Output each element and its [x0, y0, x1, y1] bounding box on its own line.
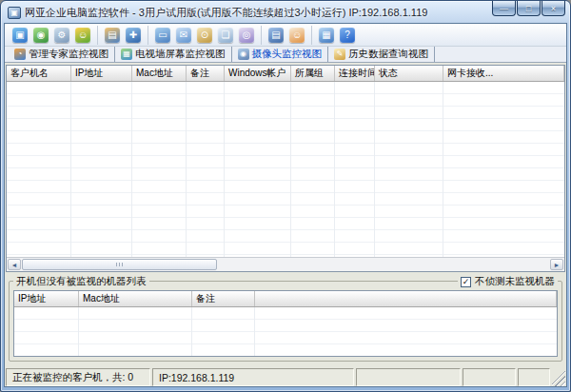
tab-label: 历史数据查询视图	[348, 48, 428, 61]
client-list-table: 客户机名 IP地址 Mac地址 备注 Windows帐户	[6, 65, 565, 272]
toolbar: ▣ ◉ ⚙ ☺	[5, 24, 566, 47]
minimize-button[interactable]: —	[492, 1, 516, 16]
column-header[interactable]: Mac地址	[132, 66, 187, 81]
toolbar-group: ▤ ✚	[102, 26, 148, 45]
grid-column	[187, 82, 225, 257]
mail-icon[interactable]: ✉	[174, 26, 193, 45]
maximize-button[interactable]: □	[517, 1, 541, 16]
scrollbar-track[interactable]	[217, 258, 549, 271]
column-header[interactable]: IP地址	[14, 291, 79, 306]
status-cell-3	[356, 368, 461, 386]
tab-label: 电视墙屏幕监控视图	[135, 48, 226, 61]
grid-column	[225, 82, 291, 257]
checkmark-icon: ✓	[463, 278, 470, 286]
column-header[interactable]: Windows帐户	[225, 66, 291, 81]
scroll-right-arrow[interactable]: ►	[550, 259, 563, 270]
toolbar-group: ▣ ◉ ⚙ ☺	[10, 26, 98, 45]
screen-chart-icon[interactable]: ▤	[103, 26, 122, 45]
window-title: 网亚企业电脑监控软件 - 3用户试用版(试用版不能连续超过3小时运行) IP:1…	[25, 6, 487, 20]
tab-expert-monitor-view[interactable]: ◔ 管理专家监控视图	[9, 47, 115, 62]
status-monitored-count: 正在被监控的客户机，共: 0	[6, 368, 150, 386]
tab-icon: ✎	[334, 49, 345, 60]
status-bar-spacer	[518, 368, 550, 386]
grid-column	[14, 307, 79, 356]
grid-column	[255, 307, 557, 356]
column-header-label: 备注	[196, 292, 215, 305]
tab-icon: ◔	[14, 49, 26, 60]
column-header-label: 客户机名	[10, 67, 49, 80]
toolbar-group: ▦ ?	[316, 26, 362, 45]
column-header[interactable]: 备注	[192, 291, 255, 306]
title-bar[interactable]: ▣ 网亚企业电脑监控软件 - 3用户试用版(试用版不能连续超过3小时运行) IP…	[4, 1, 567, 23]
column-header[interactable]: IP地址	[71, 66, 132, 81]
monitor-icon[interactable]: ▭	[153, 26, 172, 45]
computer-settings-icon[interactable]: ⚙	[52, 26, 71, 45]
scrollbar-thumb[interactable]	[22, 259, 217, 270]
column-header[interactable]: 备注	[187, 66, 225, 81]
column-header[interactable]: 状态	[375, 66, 443, 81]
column-header-label: Mac地址	[83, 292, 120, 305]
column-header-label: Mac地址	[136, 67, 173, 80]
tab-icon: ◉	[238, 49, 249, 60]
tab-tvwall-screen-view[interactable]: ▦ 电视墙屏幕监控视图	[115, 47, 232, 62]
scrollbar-grip-icon	[116, 263, 124, 266]
users-icon[interactable]: ☺	[73, 26, 92, 45]
tab-icon: ▦	[121, 49, 132, 60]
grid-column	[71, 82, 132, 257]
resize-grip[interactable]	[552, 368, 565, 386]
unmonitored-table-header: IP地址 Mac地址 备注	[14, 291, 557, 307]
column-header[interactable]	[255, 291, 557, 306]
status-text: IP:192.168.1.119	[159, 372, 234, 383]
help-icon[interactable]: ?	[338, 26, 357, 45]
tab-history-query-view[interactable]: ✎ 历史数据查询视图	[328, 47, 435, 62]
grid-column	[375, 82, 443, 257]
app-window: ▣ 网亚企业电脑监控软件 - 3用户试用版(试用版不能连续超过3小时运行) IP…	[0, 0, 571, 392]
unmonitored-table: IP地址 Mac地址 备注	[13, 290, 558, 357]
close-button[interactable]: ×	[541, 1, 565, 16]
client-table-header: 客户机名 IP地址 Mac地址 备注 Windows帐户	[7, 66, 564, 82]
column-header-label: 状态	[379, 67, 398, 80]
client-table-gridlines	[7, 82, 564, 257]
unmonitored-groupbox: 开机但没有被监视的机器列表 ✓ 不侦测未监视机器 IP地址	[9, 281, 562, 362]
cd-disc-icon[interactable]: ◎	[237, 26, 256, 45]
search-file-icon[interactable]: ⊙	[195, 26, 214, 45]
copy-files-icon[interactable]: ❏	[216, 26, 235, 45]
log-book-icon[interactable]: ▤	[266, 26, 286, 45]
column-header[interactable]: 网卡接收...	[443, 66, 564, 81]
status-text: 正在被监控的客户机，共: 0	[12, 371, 133, 384]
status-cell-4	[463, 368, 516, 386]
tab-camera-monitor-view[interactable]: ◉ 摄像头监控视图	[232, 47, 329, 62]
grid-column	[443, 82, 564, 257]
client-area: ▣ ◉ ⚙ ☺	[4, 23, 567, 387]
client-table-body[interactable]	[7, 82, 564, 257]
checkbox-label: 不侦测未监视机器	[475, 275, 555, 288]
grid-column	[79, 307, 192, 356]
unmonitored-table-body[interactable]	[14, 307, 557, 356]
toolbar-group: ▭ ✉ ⊙ ❏	[152, 26, 262, 45]
column-header[interactable]: 客户机名	[7, 66, 71, 81]
cart-icon[interactable]: ▦	[317, 26, 336, 45]
column-header-label: 网卡接收...	[447, 67, 493, 80]
grid-column	[132, 82, 187, 257]
view-tab-bar: ◔ 管理专家监控视图 ▦ 电视墙屏幕监控视图 ◉ 摄像头监控视图 ✎ 历史数据查…	[5, 47, 566, 63]
screw-tool-icon[interactable]: ✚	[124, 26, 143, 45]
no-detect-checkbox[interactable]: ✓ 不侦测未监视机器	[458, 275, 558, 288]
unmonitored-table-gridlines	[14, 307, 557, 356]
column-header[interactable]: 所属组	[291, 66, 335, 81]
grid-column	[7, 82, 71, 257]
tab-label: 管理专家监控视图	[29, 48, 108, 61]
column-header-label: IP地址	[18, 292, 46, 305]
grid-column	[192, 307, 255, 356]
status-server-ip: IP:192.168.1.119	[152, 368, 354, 386]
checkbox-box[interactable]: ✓	[461, 277, 471, 287]
column-header[interactable]: 连接时间	[335, 66, 375, 81]
remote-screens-icon[interactable]: ▣	[10, 26, 30, 45]
scroll-left-arrow[interactable]: ◄	[8, 259, 21, 270]
grid-column	[291, 82, 335, 257]
app-icon: ▣	[8, 7, 21, 19]
column-header[interactable]: Mac地址	[79, 291, 192, 306]
contact-card-icon[interactable]: ☺	[287, 26, 306, 45]
horizontal-scrollbar[interactable]: ◄ ►	[7, 257, 564, 271]
tab-label: 摄像头监控视图	[252, 48, 323, 61]
network-globe-icon[interactable]: ◉	[31, 26, 50, 45]
